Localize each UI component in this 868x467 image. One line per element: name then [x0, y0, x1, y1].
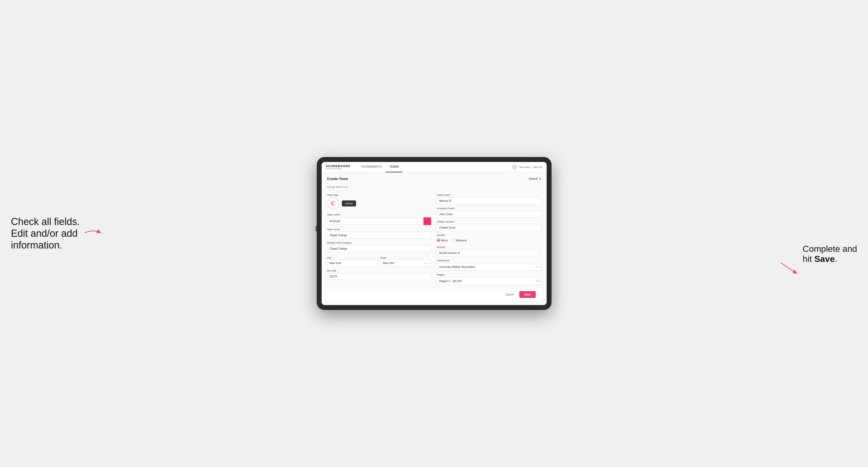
tablet-screen: SCOREBOARD Powered by clippd TOURNAMENTS…	[322, 162, 547, 305]
city-state-row: City State New York ✕	[327, 255, 431, 267]
state-label: State	[380, 256, 386, 259]
main-content: Create Team Cancel ✕ TEAM DETAILS Team l…	[322, 172, 547, 305]
user-name: Test User |	[519, 166, 531, 168]
nav-brand: SCOREBOARD Powered by clippd	[326, 164, 350, 169]
head-coach-input[interactable]	[437, 197, 541, 204]
colour-input[interactable]	[327, 218, 423, 225]
region-chevron-icon: ▾	[539, 280, 540, 282]
avatar	[512, 164, 517, 170]
form-group-head-coach: Head Coach	[437, 194, 541, 204]
conference-chevron-icon: ▾	[539, 266, 540, 268]
form-group-region: Region Region II - (M) DIII ✕ ▾	[437, 273, 541, 285]
region-value: Region II - (M) DIII	[439, 280, 462, 283]
form-group-gender: Gender Mens Womens	[437, 234, 541, 243]
colour-swatch[interactable]	[423, 217, 431, 225]
state-select-wrap: New York ✕ ▾	[380, 260, 431, 267]
form-group-athletic-dir: Athletic Director	[437, 220, 541, 231]
form-grid: Team logo C Upload Team colour	[327, 194, 541, 285]
division-select[interactable]: NCAA Division III	[437, 250, 541, 256]
athletic-dir-label: Athletic Director	[437, 220, 541, 223]
brand-sub: Powered by clippd	[326, 168, 350, 169]
tablet-side-button	[316, 226, 317, 231]
division-select-wrap: NCAA Division III ▾	[437, 250, 541, 256]
zip-input[interactable]	[327, 273, 431, 280]
gender-label: Gender	[437, 234, 541, 237]
annotation-right-line2: hit	[803, 254, 814, 264]
cancel-top-button[interactable]: Cancel ✕	[529, 177, 541, 180]
city-input[interactable]	[327, 260, 378, 267]
athletic-dir-input[interactable]	[437, 224, 541, 231]
gender-womens-option[interactable]: Womens	[452, 239, 467, 242]
state-clear-icon[interactable]: ✕	[424, 262, 427, 264]
upload-button[interactable]: Upload	[342, 200, 356, 207]
asst-coach-input[interactable]	[437, 211, 541, 218]
conference-value: University Athletic Association	[439, 266, 475, 269]
region-tag-controls: ✕ ▾	[535, 280, 540, 282]
region-label: Region	[437, 273, 541, 276]
region-tag-select[interactable]: Region II - (M) DIII ✕ ▾	[437, 277, 541, 285]
team-name-input[interactable]	[327, 232, 431, 239]
form-footer: Cancel Save	[327, 288, 541, 301]
annotation-left-line3: information.	[11, 240, 62, 251]
logo-circle: C	[327, 197, 339, 210]
signout-link[interactable]: Sign out	[533, 166, 542, 168]
arrow-left-icon	[82, 227, 104, 239]
tab-teams[interactable]: TEAMS	[385, 162, 402, 172]
cancel-button[interactable]: Cancel	[503, 291, 517, 298]
conference-clear-icon[interactable]: ✕	[535, 266, 538, 268]
logo-label: Team logo	[327, 194, 431, 196]
annotation-left: Check all fields. Edit and/or add inform…	[11, 216, 80, 251]
save-button[interactable]: Save	[519, 291, 535, 298]
form-group-zip: Zip code	[327, 269, 431, 280]
asst-coach-label: Assistant Coach	[437, 207, 541, 210]
conference-tag-select[interactable]: University Athletic Association ✕ ▾	[437, 263, 541, 271]
logo-area: C Upload	[327, 197, 431, 210]
annotation-right-line1: Complete and	[803, 244, 857, 254]
form-left: Team logo C Upload Team colour	[327, 194, 431, 285]
annotation-right: Complete and hit Save.	[803, 244, 857, 264]
division-label: Division	[437, 246, 541, 249]
team-name-label: Team name	[327, 228, 431, 231]
form-group-city-state: City State New York ✕	[327, 255, 431, 267]
annotation-left-line1: Check all fields.	[11, 216, 80, 227]
tab-tournaments[interactable]: TOURNAMENTS	[357, 162, 385, 172]
zip-label: Zip code	[327, 269, 431, 272]
conference-tag-controls: ✕ ▾	[535, 266, 540, 268]
form-group-display-name: Display name (unique)	[327, 242, 431, 252]
region-clear-icon[interactable]: ✕	[535, 280, 538, 282]
city-label: City	[327, 256, 332, 259]
form-group-asst-coach: Assistant Coach	[437, 207, 541, 218]
gender-mens-radio[interactable]	[437, 239, 440, 242]
brand-title: SCOREBOARD	[326, 164, 350, 168]
city-group: City	[327, 255, 378, 267]
state-group: State New York ✕ ▾	[380, 255, 431, 267]
form-group-team-name: Team name	[327, 228, 431, 239]
arrow-right-icon	[778, 260, 800, 276]
annotation-left-line2: Edit and/or add	[11, 228, 78, 239]
tablet-device: SCOREBOARD Powered by clippd TOURNAMENTS…	[317, 157, 552, 310]
state-select[interactable]: New York	[380, 260, 431, 267]
nav-tabs: TOURNAMENTS TEAMS	[357, 162, 512, 172]
display-name-input[interactable]	[327, 245, 431, 252]
display-name-label: Display name (unique)	[327, 242, 431, 244]
annotation-right-bold: Save	[814, 254, 835, 264]
conference-label: Conference	[437, 259, 541, 262]
gender-mens-option[interactable]: Mens	[437, 239, 448, 242]
page-title: Create Team	[327, 177, 348, 181]
gender-womens-radio[interactable]	[452, 239, 455, 242]
form-group-conference: Conference University Athletic Associati…	[437, 259, 541, 271]
page-header: Create Team Cancel ✕	[327, 177, 541, 181]
colour-input-wrap	[327, 217, 431, 225]
form-group-colour: Team colour	[327, 213, 431, 225]
form-group-division: Division NCAA Division III ▾	[437, 246, 541, 256]
form-group-logo: Team logo C Upload	[327, 194, 431, 211]
gender-radio-group: Mens Womens	[437, 238, 541, 243]
nav-user: Test User | Sign out	[512, 164, 542, 170]
section-label: TEAM DETAILS	[327, 184, 541, 190]
form-right: Head Coach Assistant Coach Athletic Dire…	[437, 194, 541, 285]
head-coach-label: Head Coach	[437, 194, 541, 196]
navbar: SCOREBOARD Powered by clippd TOURNAMENTS…	[322, 162, 547, 172]
annotation-right-end: .	[835, 254, 837, 264]
colour-label: Team colour	[327, 213, 431, 216]
